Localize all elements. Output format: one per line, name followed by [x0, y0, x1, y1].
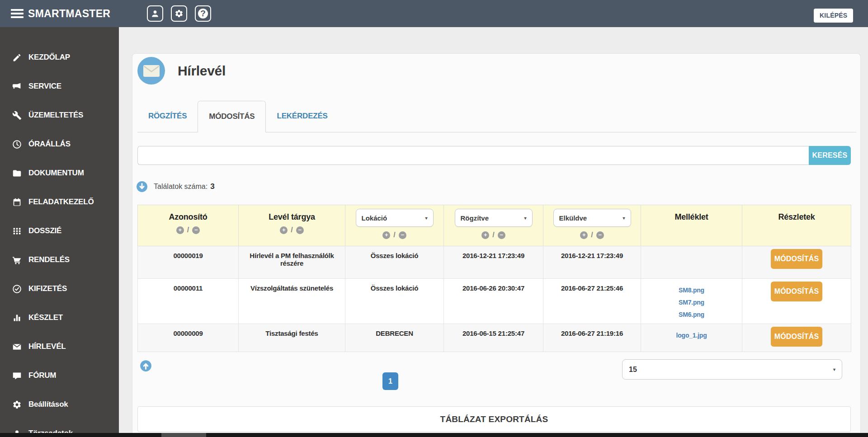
chevron-down-icon: ▾ [623, 216, 625, 221]
lokacio-filter-select[interactable]: Lokáció ▾ [356, 209, 434, 227]
attachment-link[interactable]: SM8.png [646, 284, 737, 296]
cell-location: Összes lokáció [345, 246, 444, 279]
bar-chart-icon [12, 313, 22, 323]
tab-rogzites[interactable]: RÖGZÍTÉS [137, 101, 198, 132]
cell-details: MÓDOSÍTÁS [742, 246, 851, 279]
cell-location: Összes lokáció [345, 279, 444, 324]
page-title: Hírlevél [178, 54, 226, 88]
logout-button[interactable]: KILÉPÉS [814, 9, 853, 23]
sort-desc-icon[interactable]: − [596, 231, 604, 239]
edit-icon [12, 52, 22, 62]
page-size-select[interactable]: 15 ▾ [622, 359, 842, 380]
attachment-link[interactable]: SM6.png [646, 309, 737, 321]
sidebar-item-oraallas[interactable]: ÓRAÁLLÁS [0, 130, 119, 159]
sidebar-item-rendeles[interactable]: RENDELÉS [0, 245, 119, 274]
sidebar-item-dokumentum[interactable]: DOKUMENTUM [0, 159, 119, 188]
envelope-icon [12, 342, 22, 352]
sidebar: KEZDŐLAP SERVICE ÜZEMELTETÉS ÓRAÁLLÁS DO… [0, 27, 119, 437]
sidebar-item-kifizetes[interactable]: KIFIZETÉS [0, 274, 119, 303]
sort-separator: / [393, 231, 395, 239]
sort-separator: / [492, 231, 494, 239]
sidebar-item-dosszie[interactable]: DOSSZIÉ [0, 216, 119, 245]
table-row: 00000011 Vízszolgáltatás szünetelés Össz… [138, 279, 851, 324]
tab-modositas[interactable]: MÓDOSÍTÁS [198, 101, 266, 132]
newsletter-table: Azonosító + / − Levél tárgya + / − [137, 205, 851, 352]
table-row: 00000009 Tisztasági festés DEBRECEN 2016… [138, 324, 851, 352]
collapse-down-icon[interactable] [136, 181, 148, 193]
sort-asc-icon[interactable]: + [176, 226, 184, 234]
cell-id: 00000019 [138, 246, 239, 279]
cell-subject: Hírlevél a PM felhasználólk részére [239, 246, 345, 279]
cell-attachments: SM8.png SM7.png SM6.png [641, 279, 742, 324]
modify-button[interactable]: MÓDOSÍTÁS [771, 282, 822, 301]
clock-icon [12, 139, 22, 149]
sidebar-item-forum[interactable]: FÓRUM [0, 361, 119, 390]
sort-desc-icon[interactable]: − [399, 231, 406, 239]
attachment-link[interactable]: logo_1.jpg [646, 329, 737, 342]
folder-icon [12, 168, 22, 178]
modify-button[interactable]: MÓDOSÍTÁS [771, 327, 822, 347]
gear-icon[interactable] [171, 5, 187, 22]
help-icon[interactable]: ? [195, 5, 211, 22]
search-input[interactable] [137, 146, 809, 165]
cell-details: MÓDOSÍTÁS [742, 279, 851, 324]
table-header-row: Azonosító + / − Levél tárgya + / − [138, 205, 851, 246]
column-header-melleklet: Melléklet [641, 205, 742, 246]
content-panel: Hírlevél RÖGZÍTÉS MÓDOSÍTÁS LEKÉRDEZÉS K… [132, 53, 861, 437]
search-button[interactable]: KERESÉS [809, 146, 851, 165]
cell-subject: Vízszolgáltatás szünetelés [239, 279, 345, 324]
column-header-rogzitve: Rögzítve ▾ + / − [444, 205, 543, 246]
sidebar-item-service[interactable]: SERVICE [0, 72, 119, 101]
table-row: 00000019 Hírlevél a PM felhasználólk rés… [138, 246, 851, 279]
column-header-elkuldve: Elküldve ▾ + / − [543, 205, 641, 246]
user-icon[interactable] [147, 5, 163, 22]
sidebar-item-kezdolap[interactable]: KEZDŐLAP [0, 43, 119, 72]
bottom-bar-segment [161, 433, 206, 437]
chevron-down-icon: ▾ [524, 216, 526, 221]
sort-desc-icon[interactable]: − [296, 226, 304, 234]
sort-asc-icon[interactable]: + [280, 226, 288, 234]
sort-asc-icon[interactable]: + [580, 231, 588, 239]
topbar-icon-group: ? [147, 5, 211, 22]
comment-icon [12, 371, 22, 381]
cell-recorded: 2016-06-26 20:30:47 [444, 279, 543, 324]
export-table-button[interactable]: TÁBLÁZAT EXPORTÁLÁS [137, 406, 851, 432]
elkuldve-filter-select[interactable]: Elküldve ▾ [553, 209, 631, 227]
calendar-icon [12, 197, 22, 207]
sidebar-item-uzemeltetes[interactable]: ÜZEMELTETÉS [0, 101, 119, 130]
cell-subject: Tisztasági festés [239, 324, 345, 352]
sort-desc-icon[interactable]: − [498, 231, 505, 239]
cell-attachments [641, 246, 742, 279]
scroll-up-icon[interactable] [140, 360, 152, 372]
modify-button[interactable]: MÓDOSÍTÁS [771, 249, 822, 269]
results-count: 3 [210, 182, 214, 191]
sidebar-item-hirlevel[interactable]: HÍRLEVÉL [0, 332, 119, 361]
column-header-lokacio: Lokáció ▾ + / − [345, 205, 444, 246]
tab-lekerdezes[interactable]: LEKÉRDEZÉS [266, 101, 338, 132]
attachment-link[interactable]: SM7.png [646, 296, 737, 309]
bottom-bar [0, 433, 868, 437]
sort-asc-icon[interactable]: + [481, 231, 489, 239]
topbar: SMARTMASTER ? KILÉPÉS [0, 0, 868, 27]
sidebar-item-feladatkezelo[interactable]: FELADATKEZELŐ [0, 188, 119, 216]
rogzitve-filter-select[interactable]: Rögzítve ▾ [455, 209, 533, 227]
sort-asc-icon[interactable]: + [382, 231, 390, 239]
cell-attachments: logo_1.jpg [641, 324, 742, 352]
sidebar-item-beallitasok[interactable]: Beállítások [0, 390, 119, 419]
page-1-button[interactable]: 1 [382, 372, 398, 390]
cell-details: MÓDOSÍTÁS [742, 324, 851, 352]
column-header-reszletek: Részletek [742, 205, 851, 246]
cell-sent: 2016-06-27 21:19:16 [543, 324, 641, 352]
sort-separator: / [291, 226, 292, 234]
check-circle-icon [12, 284, 22, 294]
sort-desc-icon[interactable]: − [192, 226, 200, 234]
cell-sent: 2016-12-21 17:23:49 [543, 246, 641, 279]
chevron-down-icon: ▾ [425, 216, 427, 221]
cell-recorded: 2016-12-21 17:23:49 [444, 246, 543, 279]
cell-recorded: 2016-06-15 21:25:47 [444, 324, 543, 352]
cell-id: 00000011 [138, 279, 239, 324]
results-label: Találatok száma: [154, 183, 208, 191]
sort-separator: / [591, 231, 593, 239]
sidebar-item-keszlet[interactable]: KÉSZLET [0, 303, 119, 332]
hamburger-menu-icon[interactable] [11, 9, 24, 18]
